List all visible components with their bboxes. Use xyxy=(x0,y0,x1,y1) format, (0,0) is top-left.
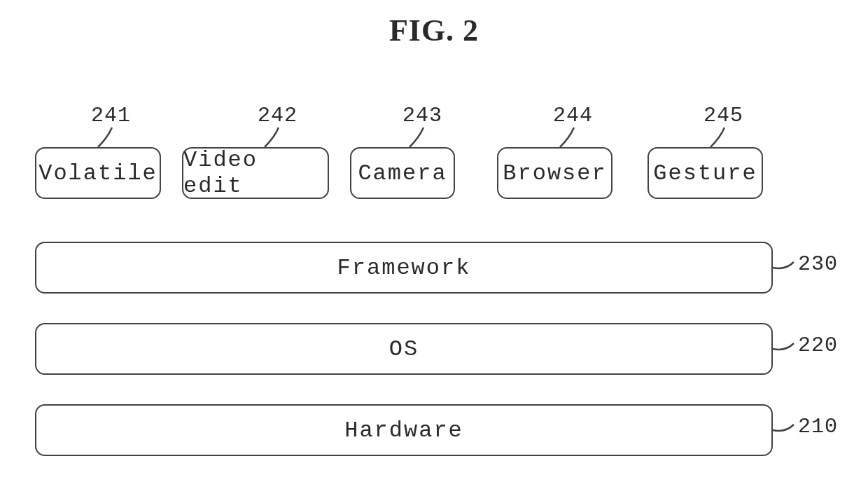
diagram-canvas: FIG. 2 241 242 243 244 245 Volatile Vide… xyxy=(0,0,868,496)
layer-hardware-label: Hardware xyxy=(344,418,463,443)
ref-230: 230 xyxy=(798,252,838,276)
module-gesture-label: Gesture xyxy=(653,160,757,186)
layer-hardware: Hardware xyxy=(35,404,773,456)
ref-210: 210 xyxy=(798,415,838,439)
module-gesture: Gesture xyxy=(648,147,763,199)
module-video-edit: Video edit xyxy=(182,147,329,199)
module-browser: Browser xyxy=(497,147,612,199)
ref-244: 244 xyxy=(553,104,593,128)
ref-241: 241 xyxy=(91,104,131,128)
layer-framework-label: Framework xyxy=(337,255,471,281)
module-volatile: Volatile xyxy=(35,147,161,199)
figure-title: FIG. 2 xyxy=(0,13,868,48)
ref-242: 242 xyxy=(258,104,298,128)
module-browser-label: Browser xyxy=(503,160,606,186)
ref-243: 243 xyxy=(402,104,442,128)
module-camera: Camera xyxy=(350,147,455,199)
ref-220: 220 xyxy=(798,333,838,357)
module-video-edit-label: Video edit xyxy=(183,147,328,199)
module-volatile-label: Volatile xyxy=(38,160,158,186)
module-camera-label: Camera xyxy=(358,160,447,186)
layer-os: OS xyxy=(35,323,773,375)
layer-framework: Framework xyxy=(35,242,773,294)
layer-os-label: OS xyxy=(389,336,419,362)
ref-245: 245 xyxy=(704,104,743,128)
